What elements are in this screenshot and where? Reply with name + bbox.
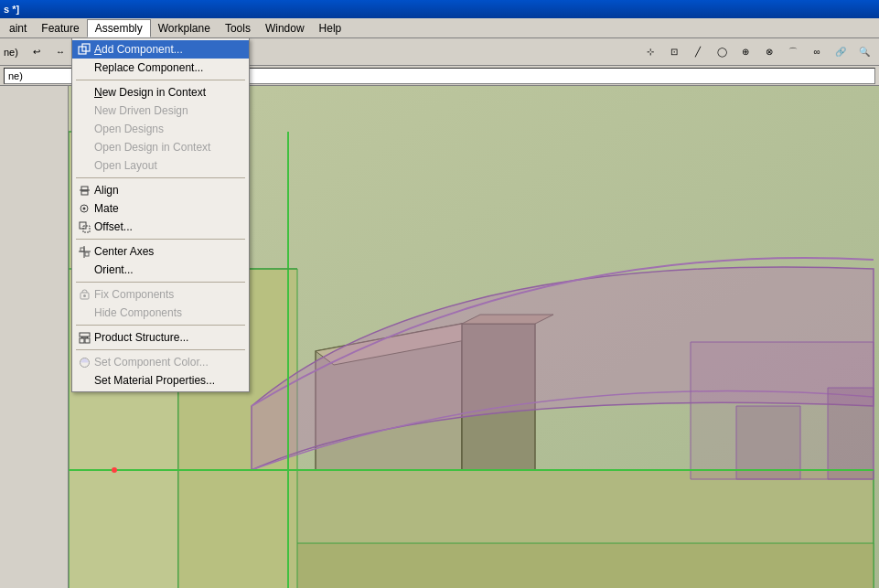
add-component-label: Add Component... xyxy=(94,43,183,56)
menu-set-material-properties[interactable]: Set Material Properties... xyxy=(72,371,249,390)
svg-point-15 xyxy=(112,467,117,473)
sep-6 xyxy=(76,349,245,350)
menu-open-design-context: Open Design in Context xyxy=(72,138,249,156)
center-axes-label: Center Axes xyxy=(94,245,154,258)
menu-open-layout: Open Layout xyxy=(72,156,249,175)
menu-workplane[interactable]: Workplane xyxy=(151,20,218,37)
replace-component-label: Replace Component... xyxy=(94,61,203,74)
sep-2 xyxy=(76,177,245,178)
menu-offset[interactable]: Offset... xyxy=(72,218,249,236)
align-icon xyxy=(77,183,91,198)
svg-rect-27 xyxy=(80,248,84,251)
svg-marker-11 xyxy=(736,406,800,479)
menu-tools[interactable]: Tools xyxy=(218,20,258,37)
hide-components-label: Hide Components xyxy=(94,306,182,319)
menu-center-axes[interactable]: Center Axes xyxy=(72,242,249,261)
menu-hide-components: Hide Components xyxy=(72,304,249,322)
toolbar-icon-8[interactable]: ∞ xyxy=(806,42,828,62)
toolbar-icon-4[interactable]: ◯ xyxy=(711,42,733,62)
svg-rect-33 xyxy=(85,338,90,343)
svg-rect-19 xyxy=(81,187,88,190)
menu-align[interactable]: Align xyxy=(72,181,249,199)
menu-help[interactable]: Help xyxy=(312,20,349,37)
menu-add-component[interactable]: Add Component... xyxy=(72,40,249,59)
menu-new-driven-design: New Driven Design xyxy=(72,102,249,120)
menu-window[interactable]: Window xyxy=(258,20,312,37)
toolbar-icon-6[interactable]: ⊗ xyxy=(758,42,780,62)
menu-new-design-context[interactable]: New Design in Context xyxy=(72,83,249,102)
new-design-context-icon xyxy=(77,85,91,100)
product-structure-label: Product Structure... xyxy=(94,331,188,344)
dropdown-menu: Add Component... Replace Component... Ne… xyxy=(71,38,250,392)
svg-rect-32 xyxy=(80,338,84,343)
orient-label: Orient... xyxy=(94,263,134,276)
sep-1 xyxy=(76,80,245,80)
move-button[interactable]: ↔ xyxy=(49,42,71,62)
toolbar-icon-7[interactable]: ⌒ xyxy=(782,42,804,62)
menu-paint[interactable]: aint xyxy=(2,20,34,37)
set-component-color-label: Set Component Color... xyxy=(94,356,209,369)
sidebar-content xyxy=(0,86,68,93)
menu-set-component-color: Set Component Color... xyxy=(72,353,249,371)
mate-label: Mate xyxy=(94,202,119,215)
add-component-icon xyxy=(77,42,91,57)
open-layout-icon xyxy=(77,158,91,173)
hide-components-icon xyxy=(77,305,91,320)
toolbar-icon-3[interactable]: ╱ xyxy=(687,42,709,62)
menu-mate[interactable]: Mate xyxy=(72,199,249,218)
mate-icon xyxy=(77,201,91,216)
svg-rect-20 xyxy=(81,191,88,195)
new-driven-design-icon xyxy=(77,103,91,118)
menu-orient[interactable]: Orient... xyxy=(72,261,249,279)
menu-assembly[interactable]: Assembly xyxy=(87,19,151,37)
align-label: Align xyxy=(94,184,119,197)
open-layout-label: Open Layout xyxy=(94,159,157,172)
undo-button[interactable]: ↩ xyxy=(26,42,48,62)
toolbar-icon-2[interactable]: ⊡ xyxy=(663,42,685,62)
sep-3 xyxy=(76,239,245,240)
title-bar: s *] xyxy=(0,0,879,18)
svg-marker-10 xyxy=(828,388,874,479)
open-designs-icon xyxy=(77,122,91,136)
svg-point-30 xyxy=(83,294,86,297)
menu-open-designs: Open Designs xyxy=(72,120,249,138)
toolbar-icon-1[interactable]: ⊹ xyxy=(639,42,661,62)
product-structure-icon xyxy=(77,330,91,345)
menu-product-structure[interactable]: Product Structure... xyxy=(72,328,249,347)
toolbar-icon-5[interactable]: ⊕ xyxy=(734,42,756,62)
center-axes-icon xyxy=(77,244,91,259)
menu-fix-components: Fix Components xyxy=(72,285,249,304)
open-design-context-icon xyxy=(77,140,91,155)
set-material-properties-icon xyxy=(77,373,91,388)
new-driven-design-label: New Driven Design xyxy=(94,104,188,117)
svg-rect-28 xyxy=(85,252,89,256)
toolbar-icon-9[interactable]: 🔗 xyxy=(830,42,852,62)
sidebar xyxy=(0,86,69,588)
svg-point-22 xyxy=(82,207,85,209)
sep-4 xyxy=(76,282,245,283)
toolbar-label: ne) xyxy=(4,47,18,58)
sep-5 xyxy=(76,325,245,326)
set-material-properties-label: Set Material Properties... xyxy=(94,374,215,387)
open-designs-label: Open Designs xyxy=(94,123,164,135)
offset-icon xyxy=(77,219,91,234)
svg-rect-31 xyxy=(80,333,90,337)
set-component-color-icon xyxy=(77,355,91,369)
new-design-context-label: New Design in Context xyxy=(94,86,206,99)
fix-components-label: Fix Components xyxy=(94,288,174,301)
menu-bar: aint Feature Assembly Workplane Tools Wi… xyxy=(0,18,879,38)
orient-icon xyxy=(77,262,91,277)
replace-component-icon xyxy=(77,60,91,75)
fix-components-icon xyxy=(77,287,91,302)
menu-feature[interactable]: Feature xyxy=(34,20,86,37)
title-text: s *] xyxy=(4,4,19,15)
menu-replace-component[interactable]: Replace Component... xyxy=(72,59,249,77)
offset-label: Offset... xyxy=(94,220,133,233)
toolbar-icon-10[interactable]: 🔍 xyxy=(853,42,875,62)
open-design-context-label: Open Design in Context xyxy=(94,141,210,154)
